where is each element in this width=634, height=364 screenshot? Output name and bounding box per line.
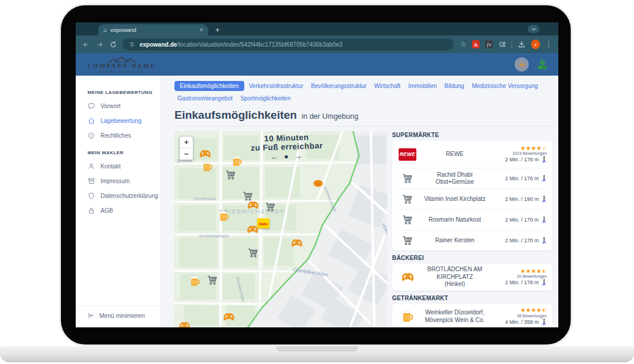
page-title: Einkaufsmöglichkeiten: [174, 109, 297, 122]
cart-map-marker[interactable]: [264, 201, 276, 215]
main-content: Einkaufsmöglichkeiten Verkehrsinfrastruk…: [161, 76, 558, 327]
cart-map-marker[interactable]: [247, 247, 259, 261]
rating-stars: ☆☆☆☆☆★★★★★: [520, 307, 547, 313]
rating-stars: ☆☆☆☆☆★★★★★: [520, 268, 547, 274]
tabstrip-chevron-button[interactable]: [528, 25, 539, 33]
sidebar-item-kontakt[interactable]: Kontakt: [88, 162, 161, 170]
distance-text: 4 Min. / 358 m: [505, 319, 539, 325]
info-icon: [88, 132, 95, 139]
result-row[interactable]: Weinkeller Düsseldorf,Mövenpick Wein & C…: [396, 304, 548, 328]
bread-map-marker[interactable]: [312, 177, 324, 191]
sidebar-section-title: MEINE LAGEBEWERTUNG: [88, 90, 161, 95]
sidebar-item-label: AGB: [101, 207, 113, 214]
profile-avatar[interactable]: v: [531, 40, 540, 49]
sun-avatar-button[interactable]: [515, 57, 529, 72]
zoom-out-button[interactable]: −: [180, 148, 193, 160]
tab-gastronomieangebot[interactable]: Gastronomieangebot: [174, 93, 235, 103]
results-panel: SUPERMÄRKTE REWE REWE ☆☆☆☆☆★★★★★ 1023 Be…: [392, 131, 552, 327]
beer-map-marker[interactable]: [218, 210, 230, 225]
beer-map-marker[interactable]: [189, 275, 201, 290]
cart-icon: [402, 235, 413, 246]
sidebar-item-rechtliches[interactable]: Rechtliches: [88, 132, 161, 139]
collapse-label: Menü minimieren: [99, 313, 145, 319]
result-row[interactable]: Rachid Dhabi Obst+Gemüse 2 Min. / 176 m: [396, 168, 548, 188]
url-bar[interactable]: expowand.de/locationValuation/index/542f…: [122, 38, 454, 50]
sidebar-item-impressum[interactable]: Impressum: [88, 177, 161, 185]
result-row[interactable]: Rainer Kersten 2 Min. / 170 m: [396, 230, 548, 251]
drinks-card: Weinkeller Düsseldorf,Mövenpick Wein & C…: [392, 304, 552, 328]
pdf-extension-icon[interactable]: [472, 40, 480, 48]
forward-button[interactable]: [95, 40, 103, 48]
bookmark-star-icon[interactable]: ☆: [460, 40, 467, 48]
sidebar-item-lagebewertung[interactable]: Lagebewertung: [88, 117, 161, 125]
pretzel-map-marker[interactable]: [223, 311, 235, 326]
beer-map-marker[interactable]: [202, 161, 214, 175]
cart-map-marker[interactable]: [206, 274, 218, 288]
distance-text: 2 Min. / 170 m: [505, 217, 539, 223]
reload-button[interactable]: [109, 40, 117, 48]
page-title-row: Einkaufsmöglichkeiten in der Umgebung: [174, 109, 552, 122]
puzzle-extensions-icon[interactable]: [498, 40, 506, 48]
cart-map-marker[interactable]: [225, 169, 237, 183]
chevron-down-icon: [531, 26, 537, 32]
store-name-line2: Mövenpick Wein & Co.: [425, 317, 485, 323]
lock-icon: [88, 207, 95, 214]
house-icon: [88, 117, 95, 125]
zoom-in-button[interactable]: +: [180, 136, 193, 148]
beer-map-marker[interactable]: [231, 155, 243, 170]
map[interactable]: gstraße Fürstenwall Kirchfeldstraße FRIE…: [174, 131, 387, 327]
fx-extension-icon[interactable]: ƒx: [485, 40, 493, 48]
company-name: COMPANY NAME: [88, 63, 156, 69]
result-row[interactable]: BROTLÄDCHEN AM KIRCHPLATZ(Hinkel) ☆☆☆☆☆★…: [396, 264, 548, 291]
sidebar-item-label: Impressum: [101, 178, 130, 184]
tab-bildung[interactable]: Bildung: [442, 81, 467, 91]
walking-person-icon: [541, 216, 547, 223]
pretzel-map-marker[interactable]: [247, 199, 260, 214]
person-icon: [88, 162, 95, 170]
tab-close-icon[interactable]: ×: [199, 27, 203, 33]
sidebar-item-datenschutz[interactable]: Datenschutzerklärung: [88, 192, 161, 200]
new-tab-button[interactable]: +: [215, 26, 220, 35]
menu-collapse-button[interactable]: Menü minimieren: [76, 306, 161, 327]
tab-medizinische-versorgung[interactable]: Medizinische Versorgung: [469, 81, 541, 91]
store-name: Weinkeller Düsseldorf,: [425, 309, 484, 316]
laptop-mockup: ⌂ expowand × + expowand.de/locationValua…: [0, 0, 634, 364]
pretzel-map-marker[interactable]: [199, 148, 212, 162]
beer-icon: [401, 310, 415, 323]
download-report-button[interactable]: [536, 58, 549, 71]
result-row[interactable]: Vitamin Insel Kirchplatz 2 Min. / 190 m: [396, 188, 548, 209]
pretzel-map-marker[interactable]: [247, 223, 259, 238]
downloads-icon[interactable]: [517, 40, 526, 48]
speech-bubble-icon: [88, 102, 95, 110]
tab-verkehrsinfrastruktur[interactable]: Verkehrsinfrastruktur: [246, 81, 306, 91]
sidebar-item-label: Rechtliches: [101, 132, 131, 139]
rating-stars: ☆☆☆☆☆★★★★★: [520, 145, 547, 151]
tab-sportmoeglichkeiten[interactable]: Sportmöglichkeiten: [237, 93, 293, 103]
tab-immobilien[interactable]: Immobilien: [405, 81, 439, 91]
url-domain: expowand.de: [140, 41, 177, 48]
walking-person-icon: [541, 156, 547, 163]
sun-icon: [517, 60, 526, 69]
sidebar-item-vorwort[interactable]: Vorwort: [88, 102, 161, 110]
result-row-rewe[interactable]: REWE REWE ☆☆☆☆☆★★★★★ 1023 Bewertungen 2 …: [396, 141, 548, 168]
rewe-logo: REWE: [399, 148, 416, 161]
result-row[interactable]: Rosmarin Naturkost 2 Min. / 170 m: [396, 209, 548, 230]
company-logo: COMPANY NAME Slogan Goes Here: [88, 56, 156, 73]
pretzel-map-marker[interactable]: [179, 320, 191, 328]
tab-wirtschaft[interactable]: Wirtschaft: [371, 81, 403, 91]
netto-map-marker[interactable]: Netto: [257, 219, 270, 229]
pretzel-icon: [401, 270, 415, 284]
toolbar-separator: [512, 41, 512, 48]
walking-person-icon: [541, 318, 547, 326]
collapse-icon: [88, 312, 95, 319]
back-button[interactable]: [82, 40, 90, 48]
category-tabs-row2: Gastronomieangebot Sportmöglichkeiten: [174, 93, 552, 103]
company-slogan: Slogan Goes Here: [99, 70, 144, 73]
browser-tab[interactable]: ⌂ expowand ×: [98, 24, 208, 35]
sidebar-item-label: Datenschutzerklärung: [101, 193, 158, 199]
tab-bevoelkerungsstruktur[interactable]: Bevölkerungsstruktur: [308, 81, 370, 91]
pretzel-map-marker[interactable]: [291, 237, 303, 252]
sidebar-item-agb[interactable]: AGB: [88, 207, 161, 214]
tab-einkaufsmoeglichkeiten[interactable]: Einkaufsmöglichkeiten: [174, 81, 244, 91]
browser-menu-icon[interactable]: ⋮: [545, 40, 552, 48]
